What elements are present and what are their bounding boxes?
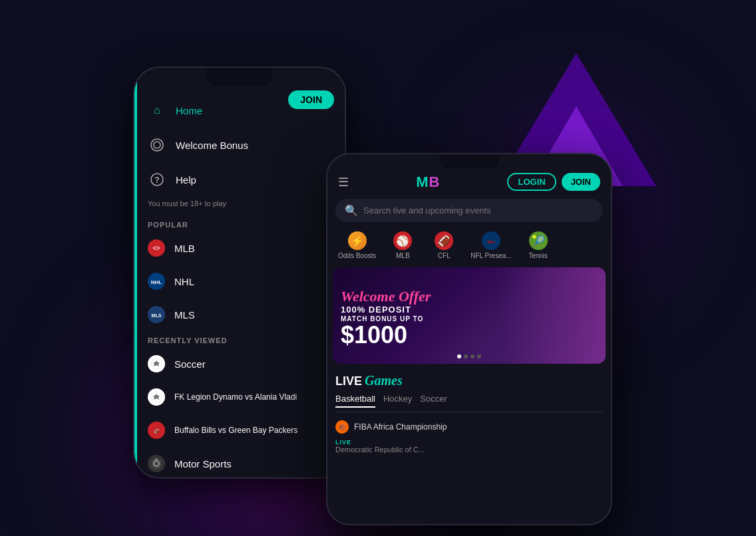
home-icon: ⌂ <box>148 101 166 120</box>
fiba-icon: 🏀 <box>335 420 349 434</box>
search-placeholder: Search live and upcoming events <box>363 205 491 215</box>
phone-notch-back <box>206 68 273 86</box>
nhl-icon: NHL <box>148 273 165 290</box>
cfl-tab-label: CFL <box>438 252 451 259</box>
live-games-title: LIVE Games <box>335 373 603 388</box>
motor-icon <box>148 455 165 472</box>
mlb-icon <box>148 239 165 257</box>
motor-sports-label: Motor Sports <box>174 458 232 469</box>
promo-banner[interactable]: PROMOTION MLB Welcome Offer 100% DEPOSIT… <box>333 267 606 364</box>
mb-logo: MB <box>416 174 440 191</box>
hamburger-icon[interactable]: ☰ <box>338 175 349 190</box>
promo-title: Welcome Offer <box>341 289 431 305</box>
search-bar[interactable]: 🔍 Search live and upcoming events <box>335 199 603 222</box>
nfl-tab-label: NFL Presea... <box>471 252 511 259</box>
live-badge: LIVE <box>335 439 603 446</box>
tab-tennis[interactable]: 🎾 Tennis <box>518 229 558 262</box>
mlb-label: MLB <box>174 243 195 254</box>
svg-text:🏈: 🏈 <box>154 428 160 434</box>
nav-welcome-bonus[interactable]: Welcome Bonus <box>134 128 345 162</box>
join-button-front[interactable]: JOIN <box>562 173 600 191</box>
mlb-tab-label: MLB <box>396 252 410 259</box>
live-word: LIVE <box>335 374 362 388</box>
democratic-event-wrapper: LIVE Democratic Republic of C... <box>335 436 603 456</box>
nav-motor-sports[interactable]: Motor Sports <box>134 447 345 479</box>
dot-1 <box>457 354 461 358</box>
age-warning: You must be 18+ to play <box>134 197 345 215</box>
sports-tabs: ⚡ Odds Boosts ⚾ MLB 🏈 CFL NFL NFL Presea… <box>327 226 611 265</box>
dot-2 <box>464 354 468 358</box>
nav-mls[interactable]: MLS MLS <box>134 298 345 331</box>
fiba-event[interactable]: 🏀 FIBA Africa Championship <box>335 418 603 436</box>
promo-dots <box>457 354 481 358</box>
games-word: Games <box>365 373 403 388</box>
tab-cfl[interactable]: 🏈 CFL <box>424 229 464 262</box>
nhl-label: NHL <box>174 276 194 287</box>
tennis-tab-label: Tennis <box>528 252 548 259</box>
mls-icon: MLS <box>148 306 165 323</box>
help-icon: ? <box>148 170 166 189</box>
buffalo-label: Buffalo Bills vs Green Bay Packers <box>174 426 297 435</box>
phone-back: JOIN ⌂ Home Welcome Bonus ? Help <box>133 67 346 479</box>
join-button-back[interactable]: JOIN <box>288 90 334 109</box>
nav-welcome-bonus-label: Welcome Bonus <box>176 140 248 151</box>
fiba-name: FIBA Africa Championship <box>354 422 447 432</box>
nav-fk-legion[interactable]: FK Legion Dynamo vs Alania Vladi <box>134 380 345 414</box>
promo-subtitle1: 100% DEPOSIT <box>341 305 431 315</box>
nfl-tab-icon: NFL <box>482 231 500 250</box>
promo-person-bg <box>499 267 606 364</box>
nav-nhl[interactable]: NHL NHL <box>134 265 345 298</box>
tab-hockey[interactable]: Hockey <box>383 394 412 408</box>
phone-back-content: ⌂ Home Welcome Bonus ? Help You must be … <box>134 86 345 479</box>
nav-help[interactable]: ? Help <box>134 162 345 197</box>
dot-3 <box>471 354 474 358</box>
svg-point-1 <box>154 142 160 148</box>
promo-amount: $1000 <box>341 323 431 347</box>
odds-boosts-icon: ⚡ <box>348 231 367 250</box>
svg-point-4 <box>151 243 162 253</box>
recently-viewed-header: RECENTLY VIEWED <box>134 331 345 347</box>
live-tabs: Basketball Hockey Soccer <box>335 394 603 412</box>
tab-nfl[interactable]: NFL NFL Presea... <box>465 229 516 262</box>
svg-text:MLS: MLS <box>152 313 162 318</box>
tab-odds-boosts[interactable]: ⚡ Odds Boosts <box>333 229 381 262</box>
mls-label: MLS <box>174 309 195 321</box>
fk-legion-label: FK Legion Dynamo vs Alania Vladi <box>174 392 297 402</box>
nav-soccer[interactable]: Soccer <box>134 347 345 380</box>
svg-point-0 <box>151 139 163 151</box>
login-button[interactable]: LOGIN <box>507 173 556 191</box>
search-icon: 🔍 <box>345 204 358 217</box>
cfl-tab-icon: 🏈 <box>435 231 453 250</box>
tab-basketball[interactable]: Basketball <box>335 394 375 408</box>
nav-mlb[interactable]: MLB <box>134 231 345 265</box>
svg-text:NHL: NHL <box>151 279 162 285</box>
gift-icon <box>148 136 166 154</box>
svg-text:?: ? <box>154 176 159 185</box>
mlb-tab-icon: ⚾ <box>393 231 412 250</box>
soccer-label: Soccer <box>174 358 206 370</box>
promo-text: Welcome Offer 100% DEPOSIT MATCH BONUS U… <box>341 289 431 347</box>
phone-border-accent <box>134 68 137 477</box>
nav-home-label: Home <box>176 105 202 116</box>
democratic-name: Democratic Republic of C... <box>335 446 603 454</box>
header-buttons: LOGIN JOIN <box>507 173 600 191</box>
odds-boosts-label: Odds Boosts <box>338 252 376 259</box>
live-games-section: LIVE Games Basketball Hockey Soccer 🏀 FI… <box>327 366 611 459</box>
phone-front: ☰ MB LOGIN JOIN 🔍 Search live and upcomi… <box>326 153 612 525</box>
dot-4 <box>477 354 481 358</box>
tab-mlb[interactable]: ⚾ MLB <box>383 229 423 262</box>
front-header: ☰ MB LOGIN JOIN <box>327 169 611 196</box>
phone-notch-front <box>439 154 499 169</box>
tab-soccer-live[interactable]: Soccer <box>420 394 447 408</box>
popular-section-header: POPULAR <box>134 215 345 231</box>
nav-buffalo[interactable]: 🏈 Buffalo Bills vs Green Bay Packers <box>134 414 345 447</box>
tennis-tab-icon: 🎾 <box>529 231 548 250</box>
buffalo-icon: 🏈 <box>148 422 165 439</box>
nav-help-label: Help <box>176 174 196 186</box>
svg-text:NFL: NFL <box>487 240 495 244</box>
soccer-icon <box>148 355 165 372</box>
fk-icon <box>148 388 165 406</box>
